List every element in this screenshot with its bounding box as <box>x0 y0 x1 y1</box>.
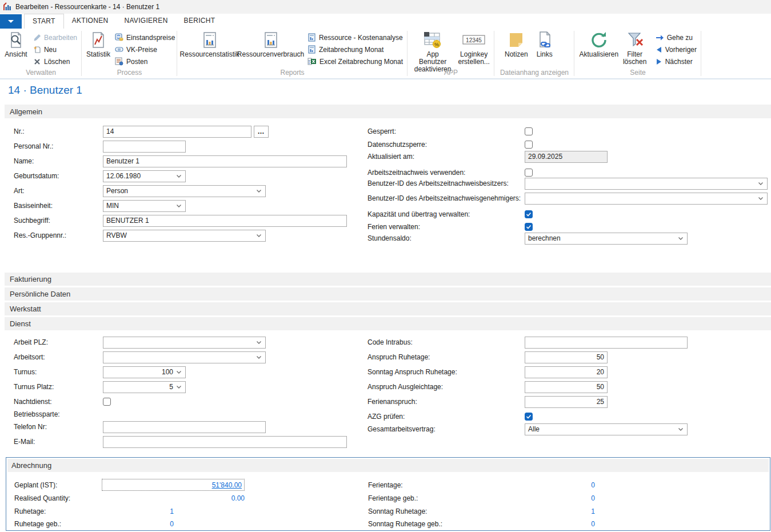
ruhetage-value: 1 <box>103 507 174 515</box>
filter-loeschen-button[interactable]: Filter löschen <box>619 30 651 67</box>
sonntag-ruhetage-value: 1 <box>525 507 595 515</box>
personal-nr-field[interactable] <box>103 141 186 153</box>
field-row-nachtdienst: Nachtdienst: <box>14 395 111 408</box>
field-row-aktualisiert-am: Aktualisiert am: 29.09.2025 <box>367 150 608 163</box>
art-field[interactable]: Person <box>103 185 266 197</box>
chevron-down-icon <box>255 339 262 346</box>
view-document-icon <box>7 31 25 49</box>
naechster-button[interactable]: Nächster <box>653 55 699 67</box>
field-row-anspruch-ausgleichtage: Anspruch Ausgleichtage: 50 <box>367 381 608 393</box>
vk-preise-button[interactable]: VK-Preise <box>113 43 177 55</box>
res-gruppennr-field[interactable]: RVBW <box>103 230 266 242</box>
field-row-nr: Nr.: 14 … <box>14 125 269 138</box>
bearbeiten-button[interactable]: Bearbeiten <box>31 31 79 43</box>
statistics-chart-icon <box>89 31 107 49</box>
geplant-ist-value[interactable]: 51'840.00 <box>212 481 242 489</box>
ansicht-label: Ansicht <box>5 51 27 58</box>
zeitabrechung-monat-button[interactable]: Zeitabrechung Monat <box>305 43 405 55</box>
einstandspreise-button[interactable]: Einstandspreise <box>113 31 177 43</box>
nachtdienst-checkbox[interactable] <box>103 398 111 406</box>
field-row-datenschutzsperre: Datenschutzsperre: <box>367 138 533 151</box>
ferienanspruch-field[interactable]: 25 <box>525 396 608 408</box>
ressource-kostenanalyse-button[interactable]: Ressource - Kostenanalyse <box>305 31 405 43</box>
chevron-down-icon <box>8 20 14 23</box>
report-chart-icon <box>201 31 219 49</box>
ferien-verwalten-checkbox[interactable] <box>525 223 533 231</box>
statistik-button[interactable]: Statistik <box>85 30 111 67</box>
field-row-telefon: Telefon Nr: <box>14 421 266 433</box>
sonntag-anspruch-ruhetage-field[interactable]: 20 <box>525 366 608 378</box>
code-intrabus-field[interactable] <box>525 337 688 349</box>
group-label-seite: Seite <box>574 69 701 77</box>
field-row-name: Name: Benutzer 1 <box>14 155 347 167</box>
excel-zeitabrechung-monat-button[interactable]: Excel Zeitabrechung Monat <box>305 55 405 67</box>
kapazitaet-checkbox[interactable] <box>525 210 533 218</box>
group-label-process: Process <box>82 69 177 77</box>
assist-edit-button[interactable]: … <box>254 126 269 138</box>
chevron-down-icon <box>757 195 764 202</box>
loginkey-erstellen-button[interactable]: 12345 Loginkey erstellen... <box>456 30 492 67</box>
name-field[interactable]: Benutzer 1 <box>103 155 347 167</box>
field-row-ferienanspruch: Ferienanspruch: 25 <box>367 395 608 408</box>
section-header-abrechnung[interactable]: Abrechnung <box>7 459 769 472</box>
ressourcenverbrauch-label: Ressourcenverbrauch <box>237 51 304 58</box>
arbeit-plz-field[interactable] <box>103 337 266 349</box>
datenschutzsperre-checkbox[interactable] <box>525 141 533 149</box>
tab-navigieren[interactable]: NAVIGIEREN <box>116 14 175 29</box>
gesamtarbeitsvertrag-field[interactable]: Alle <box>525 423 688 435</box>
telefon-field[interactable] <box>103 421 266 433</box>
stundensaldo-field[interactable]: berechnen <box>525 233 688 245</box>
ressourcenverbrauch-button[interactable]: Ressourcenverbrauch <box>238 30 303 67</box>
aktualisieren-button[interactable]: Aktualisieren <box>579 30 619 67</box>
field-row-realised-quantity: Realised Quantity: 0.00 <box>14 492 245 504</box>
section-header-werkstatt[interactable]: Werkstatt <box>5 302 771 315</box>
app-benutzer-deaktivieren-button[interactable]: % App Benutzer deaktivieren <box>410 30 456 67</box>
ressourcenstatistik-button[interactable]: Ressourcenstatistik <box>181 30 238 67</box>
ribbon-group-app: % App Benutzer deaktivieren 12345 Logink… <box>408 29 494 77</box>
field-row-anspruch-ruhetage: Anspruch Ruhetage: 50 <box>367 351 608 363</box>
gehe-zu-button[interactable]: Gehe zu <box>653 31 699 43</box>
azg-pruefen-checkbox[interactable] <box>525 413 533 421</box>
app-window: Bearbeiten - Ressourcenkarte - 14 · Benu… <box>0 0 771 532</box>
field-row-genehmiger-id: Benutzer-ID des Arbeitszeitnachweisgeneh… <box>367 192 768 205</box>
arbeitsort-field[interactable] <box>103 351 266 363</box>
section-header-allgemein[interactable]: Allgemein <box>5 105 771 118</box>
notizen-button[interactable]: Notizen <box>501 30 532 67</box>
loginkey-erstellen-label: Loginkey erstellen... <box>458 51 489 66</box>
nr-field[interactable]: 14 <box>103 126 251 138</box>
section-header-persoenliche-daten[interactable]: Persönliche Daten <box>5 287 771 301</box>
basiseinheit-field[interactable]: MIN <box>103 200 186 212</box>
turnus-platz-field[interactable]: 5 <box>103 381 186 393</box>
posten-button[interactable]: Posten <box>113 55 177 67</box>
group-separator <box>701 31 701 76</box>
ansicht-button[interactable]: Ansicht <box>2 30 30 67</box>
tab-aktionen[interactable]: AKTIONEN <box>64 14 117 29</box>
email-field[interactable] <box>103 436 347 448</box>
links-button[interactable]: Links <box>532 30 558 67</box>
arbeitszeitnachweisbesitzer-field[interactable] <box>525 178 768 190</box>
loeschen-button[interactable]: Löschen <box>31 55 79 67</box>
anspruch-ruhetage-field[interactable]: 50 <box>525 351 608 363</box>
notizen-label: Notizen <box>505 51 528 58</box>
grid-percent-icon: % <box>423 31 442 49</box>
section-header-dienst[interactable]: Dienst <box>5 317 771 330</box>
suchbegriff-field[interactable]: BENUTZER 1 <box>103 215 347 227</box>
arbeitszeitnachweisgenehmiger-field[interactable] <box>525 193 768 205</box>
turnus-field[interactable]: 100 <box>103 366 186 378</box>
arbeitszeitnachweis-checkbox[interactable] <box>525 169 533 177</box>
ribbon-group-seite: Aktualisieren Filter löschen <box>574 29 701 77</box>
field-row-azg-pruefen: AZG prüfen: <box>367 410 533 423</box>
ribbon-menu-button[interactable] <box>0 14 22 29</box>
geburtsdatum-field[interactable]: 12.06.1980 <box>103 170 186 182</box>
gesperrt-checkbox[interactable] <box>525 127 533 135</box>
neu-button[interactable]: Neu <box>31 43 79 55</box>
field-row-geplant-ist: Geplant (IST): 51'840.00 <box>14 479 245 491</box>
loginkey-12345-icon: 12345 <box>461 31 486 49</box>
tab-start[interactable]: START <box>24 14 64 29</box>
chevron-down-icon <box>255 354 262 361</box>
geplant-ist-field[interactable]: 51'840.00 <box>102 479 245 491</box>
tab-bericht[interactable]: BERICHT <box>176 14 223 29</box>
section-header-fakturierung[interactable]: Fakturierung <box>5 273 771 286</box>
vorheriger-button[interactable]: Vorheriger <box>653 43 699 55</box>
anspruch-ausgleichtage-field[interactable]: 50 <box>525 381 608 393</box>
